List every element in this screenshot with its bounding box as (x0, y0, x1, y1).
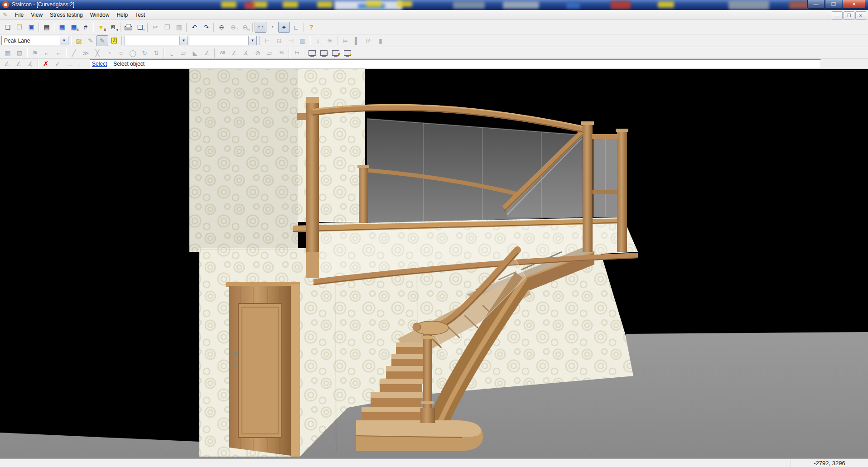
save-icon[interactable]: ▣ (25, 22, 37, 33)
spindle-style-icon[interactable]: ✎ (96, 35, 108, 46)
undo-icon[interactable]: ↶ (188, 22, 200, 33)
rotate-icon[interactable]: ↻ (139, 48, 150, 58)
zoom-scale2-icon[interactable]: ⊖² (227, 22, 239, 33)
angle-measure-icon[interactable]: ∠ (228, 48, 240, 58)
specification-icon[interactable]: ▤ (41, 22, 53, 33)
command-prompt-bar[interactable]: Select Select object (90, 59, 821, 68)
menu-window[interactable]: Window (87, 10, 113, 19)
polygon-edit-icon[interactable]: ▱ (178, 48, 189, 58)
material-combo[interactable]: ▼ (125, 36, 188, 45)
close-view-icon[interactable]: ✕ (318, 48, 330, 58)
center-spread-icon[interactable]: ✳ (324, 35, 336, 46)
parallel-lines-icon[interactable]: ≫ (80, 48, 92, 58)
circle-icon[interactable]: ○ (115, 48, 127, 58)
circle-3point-icon[interactable]: ◯ (127, 48, 139, 58)
desktop-artifact (503, 1, 539, 9)
more-options-icon[interactable]: … (63, 58, 75, 69)
mdi-minimize-button[interactable]: — (832, 11, 843, 19)
snap-edge-left-icon[interactable]: ⊨ (339, 35, 351, 46)
command-mode-link[interactable]: Select (92, 61, 107, 67)
cut-icon[interactable]: ✂ (149, 22, 161, 33)
print-icon[interactable] (122, 22, 134, 33)
dimension-mode-icon[interactable]: ▫─▫ (255, 22, 266, 33)
measure-angle-2-icon[interactable]: ∠ (13, 58, 24, 69)
print-preview-icon[interactable]: ❑○ (134, 22, 146, 33)
minimize-button[interactable]: — (807, 0, 825, 9)
menu-file[interactable]: File (11, 10, 27, 19)
mdi-close-button[interactable]: ✕ (855, 11, 866, 19)
door[interactable] (226, 282, 300, 457)
part-combo[interactable]: ▼ (190, 36, 257, 45)
flag-node-icon[interactable]: ⚑ (29, 48, 41, 58)
desktop-artifact (397, 1, 412, 7)
corner-out-icon[interactable]: ⌐ (53, 48, 64, 58)
door-keyhole (234, 363, 237, 366)
angle-dim-icon[interactable]: ∡ (240, 48, 252, 58)
grid-snap-icon[interactable]: ▦ (2, 48, 14, 58)
distribute-icon[interactable]: ▥ (297, 35, 309, 46)
width-info-icon[interactable]: ⊢i (291, 48, 303, 58)
no-entry-icon[interactable]: ⊘ (252, 48, 264, 58)
back-step-icon[interactable]: ← (75, 58, 87, 69)
flip-vertical-icon[interactable]: ⇅ (150, 48, 162, 58)
draw-line-icon[interactable]: ╱ (68, 48, 80, 58)
parallelogram-icon[interactable]: ▱ (264, 48, 275, 58)
align-center-icon[interactable]: ⊟ (273, 35, 285, 46)
price-filter-icon[interactable]: ▼$ (95, 22, 107, 33)
paste-icon[interactable]: ▥ (173, 22, 185, 33)
restore-button[interactable]: ❐ (825, 0, 842, 9)
vertical-fit-icon[interactable]: ↕ (312, 35, 324, 46)
profile-combo[interactable]: Peak Lane ▼ (1, 36, 68, 45)
fill-block-icon[interactable]: ▌ (351, 35, 363, 46)
menu-view[interactable]: View (27, 10, 46, 19)
price-view-icon[interactable]: ($)◂ (107, 22, 119, 33)
copy-icon[interactable]: ❒ (161, 22, 173, 33)
align-right-icon[interactable]: ⊣ (285, 35, 297, 46)
angle-a-icon[interactable]: ∠ (201, 48, 213, 58)
snap-edge-right-icon[interactable]: ⊬ (363, 35, 375, 46)
zoom-half-icon[interactable]: ⊖½ (239, 22, 251, 33)
zoom-out-icon[interactable]: ⊖ (216, 22, 227, 33)
snap-center-icon[interactable]: ⌖ (278, 22, 290, 33)
grid-query-icon[interactable]: ▧ (14, 48, 25, 58)
close-button[interactable]: ✕ (843, 0, 865, 9)
angle-reference-icon[interactable]: ∟ (290, 22, 302, 33)
dimension-point-icon[interactable]: -▫- (266, 22, 278, 33)
corner-line-icon[interactable]: ⌞ (166, 48, 178, 58)
new-file-icon[interactable]: ❏ (2, 22, 14, 33)
toolbar-separator (213, 23, 214, 32)
cross-lines-icon[interactable]: ╳ (92, 48, 103, 58)
cancel-command-icon[interactable]: ✗ (40, 58, 52, 69)
redo-icon[interactable]: ↷ (200, 22, 212, 33)
measure-angle-3-icon[interactable]: ∡ (24, 58, 36, 69)
circle-center-icon[interactable]: ◔ (103, 48, 115, 58)
open-file-icon[interactable]: ❐ (14, 22, 25, 33)
measure-angle-1-icon[interactable]: ∠ (1, 58, 13, 69)
new-view-icon[interactable]: ✦ (342, 48, 353, 58)
confirm-command-icon[interactable]: ✓ (52, 58, 63, 69)
production-settings-icon[interactable]: # (80, 22, 92, 33)
menu-stress-testing[interactable]: Stress testing (46, 10, 87, 19)
handrail-style-icon[interactable]: ✎ (85, 35, 96, 46)
text-edit-icon[interactable]: AB (217, 48, 228, 58)
view-3d-icon[interactable]: ✦ (306, 48, 318, 58)
newel-style-icon[interactable]: ▨ (73, 35, 85, 46)
mdi-restore-button[interactable]: ❐ (844, 11, 854, 19)
menu-test[interactable]: Test (131, 10, 149, 19)
close-all-views-icon[interactable]: ✕ (330, 48, 342, 58)
wedge-icon[interactable]: ◣ (189, 48, 201, 58)
z-order-icon[interactable]: Z (108, 35, 120, 46)
corner-in-icon[interactable]: ⌐ (41, 48, 53, 58)
measure-4-icon[interactable]: +4 (275, 48, 287, 58)
help-icon[interactable]: ? (305, 22, 317, 33)
chevron-down-icon[interactable]: ▼ (179, 36, 188, 45)
chevron-down-icon[interactable]: ▼ (248, 36, 256, 45)
table-icon[interactable]: ▦ (56, 22, 68, 33)
price-table-icon[interactable]: ▦$ (68, 22, 80, 33)
menu-help[interactable]: Help (113, 10, 131, 19)
3d-viewport[interactable] (0, 69, 868, 458)
chevron-down-icon[interactable]: ▼ (60, 36, 68, 45)
align-left-icon[interactable]: ⊢ (261, 35, 273, 46)
solid-block-icon[interactable]: ▮ (375, 35, 386, 46)
title-bar: Staircon - [Curvedglass:2] — ❐ ✕ (0, 0, 868, 10)
